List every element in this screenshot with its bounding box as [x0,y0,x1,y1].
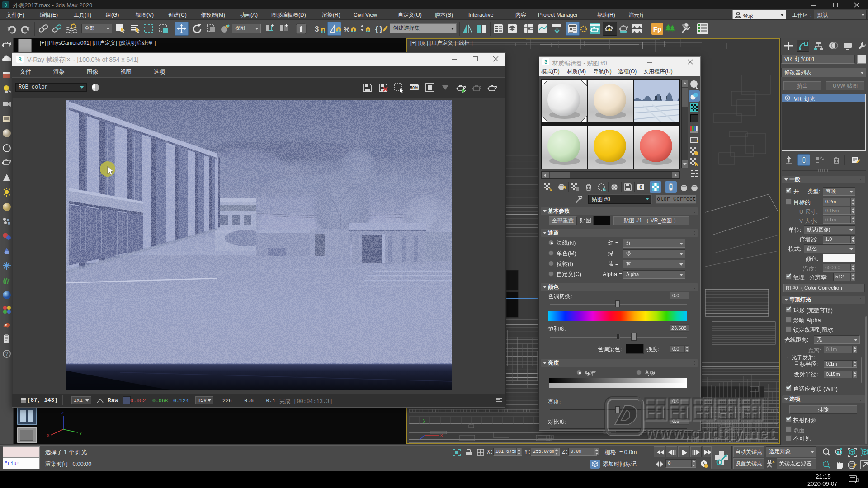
svg-text:y: y [80,430,82,435]
svg-text:0: 0 [639,184,642,190]
svg-text:x: x [440,433,443,438]
svg-text:3: 3 [18,56,21,63]
svg-text:y: y [423,418,425,423]
svg-text:3: 3 [544,59,547,65]
svg-text:x: x [47,433,49,438]
svg-text:z: z [61,410,64,415]
svg-text:50%: 50% [410,85,418,90]
